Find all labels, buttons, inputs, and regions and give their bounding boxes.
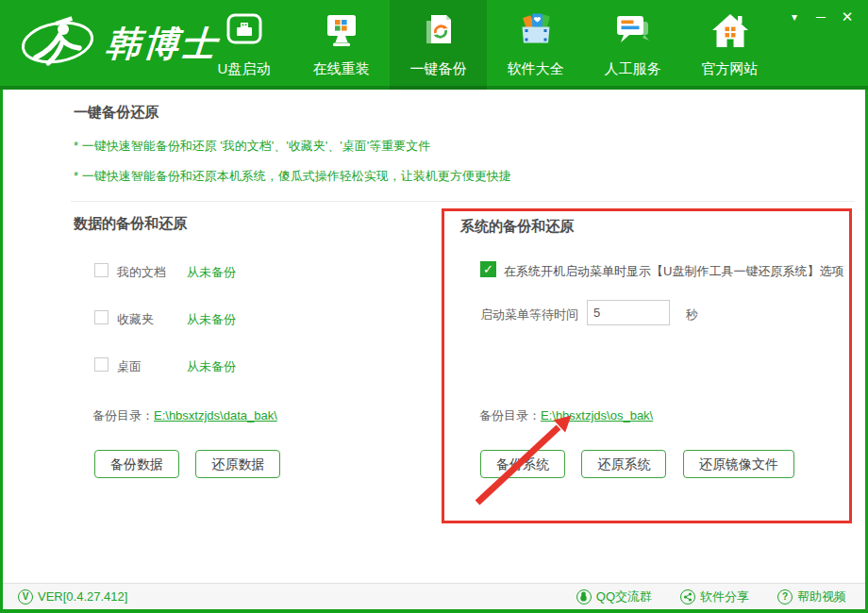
chat-service-icon (612, 11, 654, 55)
qq-group-label: QQ交流群 (596, 588, 652, 605)
checkbox-label: 我的文档 (117, 264, 166, 281)
window-controls: ▾ ─ ✕ (781, 8, 860, 26)
software-box-icon (515, 11, 557, 55)
nav-label: U盘启动 (218, 60, 271, 78)
home-icon (709, 11, 751, 55)
share-link[interactable]: 软件分享 (680, 588, 749, 605)
nav-item-official-site[interactable]: 官方网站 (681, 0, 778, 90)
nav-label: 人工服务 (605, 60, 661, 78)
description-line-1: * 一键快速智能备份和还原 '我的文档'、'收藏夹'、'桌面'等重要文件 (74, 138, 430, 155)
checkbox-label: 桌面 (117, 358, 142, 375)
backup-data-button[interactable]: 备份数据 (94, 450, 179, 478)
menu-caret-icon[interactable]: ▾ (781, 8, 808, 26)
qq-group-link[interactable]: QQ交流群 (576, 588, 652, 605)
footer-bar: V VER[0.4.27.412] QQ交流群 (3, 583, 865, 609)
checkbox-boot-menu-option[interactable]: ✓ (480, 261, 496, 277)
monitor-windows-icon (321, 11, 362, 55)
nav-item-online-reinstall[interactable]: 在线重装 (292, 0, 390, 90)
data-panel-title: 数据的备份和还原 (74, 215, 187, 233)
content-area (3, 90, 865, 583)
brand-logo-icon (19, 12, 96, 76)
nav-item-one-key-backup[interactable]: 一键备份 (390, 0, 487, 90)
nav-label: 官方网站 (702, 60, 759, 78)
section-divider (71, 201, 855, 202)
checkbox-favorites[interactable] (94, 310, 108, 324)
nav-label: 软件大全 (508, 60, 564, 78)
checkbox-my-documents[interactable] (94, 263, 108, 277)
help-video-link[interactable]: ? 帮助视频 (777, 588, 846, 605)
checkbox-desktop[interactable] (94, 357, 108, 372)
nav-item-software-collection[interactable]: 软件大全 (487, 0, 584, 90)
restore-system-button[interactable]: 还原系统 (581, 450, 666, 478)
backup-refresh-icon (418, 11, 459, 55)
data-backup-dir-label: 备份目录： (92, 408, 154, 422)
qq-icon (576, 589, 592, 605)
backup-status: 从未备份 (187, 358, 236, 375)
share-icon (680, 589, 695, 605)
data-backup-dir-link[interactable]: E:\hbsxtzjds\data_bak\ (154, 408, 277, 422)
system-panel-title: 系统的备份和还原 (460, 218, 574, 236)
system-backup-dir-label: 备份目录： (479, 408, 541, 422)
nav-item-usb-boot[interactable]: U盘启动 (195, 0, 292, 90)
usb-icon (224, 11, 265, 55)
system-backup-dir-link[interactable]: E:\hbsxtzjds\os_bak\ (541, 408, 653, 422)
checkbox-label: 收藏夹 (117, 311, 154, 328)
help-video-label: 帮助视频 (797, 588, 846, 605)
footer-links: QQ交流群 软件分享 ? 帮助视频 (548, 588, 846, 605)
restore-data-button[interactable]: 还原数据 (195, 450, 280, 478)
close-button[interactable]: ✕ (834, 8, 860, 26)
description-line-2: * 一键快速智能备份和还原本机系统，傻瓜式操作轻松实现，让装机更方便更快捷 (74, 168, 511, 185)
header-bar: 韩博士 U盘启动 (0, 0, 868, 90)
wait-time-label: 启动菜单等待时间 (480, 306, 578, 323)
backup-system-button[interactable]: 备份系统 (480, 450, 565, 478)
app-window: 韩博士 U盘启动 (0, 0, 868, 613)
help-icon: ? (777, 589, 793, 605)
version-info[interactable]: V VER[0.4.27.412] (18, 589, 127, 605)
page-title: 一键备份还原 (74, 104, 159, 122)
share-label: 软件分享 (700, 588, 749, 605)
main-nav: U盘启动 在线重装 (195, 0, 778, 90)
wait-time-input[interactable] (587, 300, 670, 325)
boot-menu-option-label: 在系统开机启动菜单时显示【U盘制作工具一键还原系统】选项 (504, 263, 843, 280)
backup-status: 从未备份 (187, 264, 236, 281)
brand-logo: 韩博士 (19, 12, 219, 76)
restore-image-file-button[interactable]: 还原镜像文件 (683, 450, 794, 478)
version-icon: V (18, 589, 33, 605)
minimize-button[interactable]: ─ (808, 8, 834, 26)
version-text: VER[0.4.27.412] (38, 589, 127, 604)
wait-time-unit: 秒 (686, 306, 698, 323)
nav-label: 一键备份 (410, 60, 467, 78)
nav-item-human-service[interactable]: 人工服务 (584, 0, 681, 90)
nav-label: 在线重装 (313, 60, 370, 78)
backup-status: 从未备份 (187, 311, 236, 328)
